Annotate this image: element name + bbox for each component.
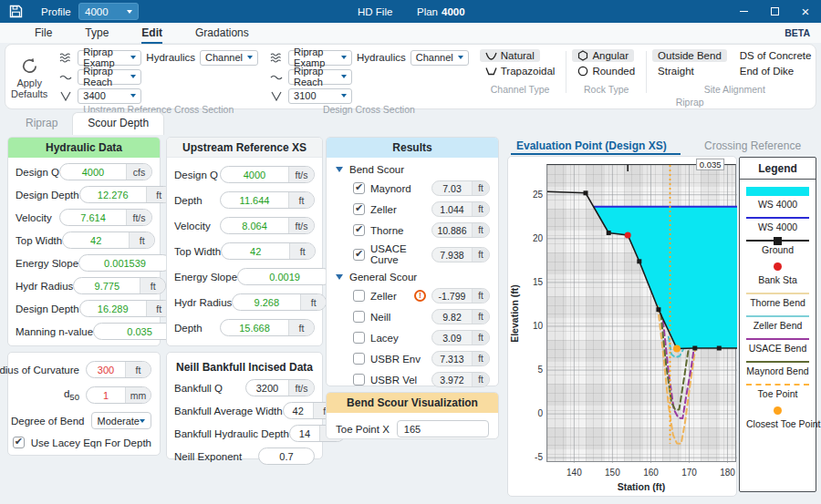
design-reach-select[interactable]: Riprap Reach [288, 69, 352, 85]
maximize-button[interactable] [759, 0, 790, 23]
result-row-zeller-bend: Zeller1.044ft [327, 201, 498, 217]
legend-item: Toe Point [746, 384, 809, 399]
maynord-value-field: 7.03ft [431, 180, 490, 196]
ux-design-q-field[interactable]: 4000ft/s [220, 166, 315, 183]
design-project-select[interactable]: Riprap Examp [288, 50, 352, 66]
design-depth2-field[interactable]: 16.289ft [79, 300, 172, 317]
tab-scour-depth[interactable]: Scour Depth [72, 112, 164, 135]
y-tick-label: 5 [518, 365, 543, 375]
zeller-bend-checkbox[interactable] [353, 203, 365, 215]
site-alignment-ds-of-concrete-button[interactable]: DS of Concrete [734, 49, 817, 62]
ux-energy-slope-field[interactable]: 0.0019 [237, 268, 332, 285]
lacey-checkbox[interactable] [353, 332, 365, 344]
close-button[interactable] [790, 0, 821, 23]
legend-item: WS 4000 [746, 187, 809, 210]
upstream-project-select[interactable]: Riprap Examp [78, 50, 141, 66]
menu-edit[interactable]: Edit [141, 26, 162, 39]
field-label: Bankfull Hydraulic Depth [174, 428, 289, 439]
cross-section-chart: 0.035 Elevation (ft) 1401501601701802520… [507, 156, 737, 497]
x-axis-label: Station (ft) [546, 481, 736, 492]
radius-of-curvature-field[interactable]: 300ft [86, 361, 151, 378]
field-label: Top Width [16, 235, 62, 246]
neill-checkbox[interactable] [353, 311, 365, 323]
maynord-bend-swatch [746, 361, 809, 363]
menu-type[interactable]: Type [85, 26, 109, 39]
usace-checkbox[interactable] [353, 249, 365, 261]
bank-sta-swatch [746, 262, 809, 272]
cross-section-icon [269, 91, 284, 101]
neill-value-field: 9.82ft [431, 309, 490, 324]
use-lacey-checkbox[interactable] [13, 437, 25, 448]
ux-depth-field[interactable]: 11.644ft [220, 191, 315, 209]
chart-tab-crossing-reference[interactable]: Crossing Reference [704, 139, 801, 152]
design-depth-field[interactable]: 12.276ft [79, 186, 172, 203]
ws-4000-swatch [746, 217, 809, 219]
app-window: Profile 4000 HD File Plan 4000 File Type… [0, 0, 821, 504]
zeller-bend-value-field: 1.044ft [431, 201, 490, 217]
chart-tab-evaluation-point[interactable]: Evaluation Point (Design XS) [516, 139, 667, 152]
ux-hydr-radius-field[interactable]: 9.268ft [232, 293, 327, 311]
hydraulics-label: Hydraulics [357, 52, 406, 63]
bend-scour-viz-title: Bend Scour Visualization [327, 393, 498, 413]
minimize-icon [740, 11, 748, 13]
plan-label: Plan [417, 0, 438, 23]
upstream-xs-select[interactable]: 3400 [78, 88, 141, 104]
rock-type-rounded-button[interactable]: Rounded [572, 65, 640, 77]
site-alignment-straight-button[interactable]: Straight [652, 65, 727, 77]
velocity-field[interactable]: 7.614ft/s [59, 209, 152, 226]
d50-field[interactable]: 1mm [86, 386, 151, 404]
menu-gradations[interactable]: Gradations [195, 26, 249, 39]
design-hydraulics-select[interactable]: Channel [410, 50, 469, 66]
upstream-reach-select[interactable]: Riprap Reach [78, 69, 141, 85]
y-tick-label: 20 [518, 233, 543, 243]
legend-title: Legend [740, 158, 816, 180]
hydr-radius-field[interactable]: 9.775ft [73, 277, 166, 294]
upstream-xs-title: Upstream Reference XS [167, 138, 322, 158]
zeller-general-value-field: -1.799ft [431, 288, 490, 303]
top-width-field[interactable]: 42ft [62, 231, 155, 249]
field-label: Depth [174, 323, 203, 334]
site-alignment-end-of-dike-button[interactable]: End of Dike [734, 65, 817, 77]
neill-exponent-field[interactable]: 0.7 [258, 447, 315, 465]
channel-type-trapazoidal-button[interactable]: Trapazoidal [480, 65, 561, 77]
legend-label: Maynord Bend [746, 365, 809, 376]
usbr-vel-checkbox[interactable] [353, 374, 365, 386]
design-q-field[interactable]: 4000cfs [59, 163, 152, 180]
profile-select-value: 4000 [85, 6, 109, 17]
toe-point-x-input[interactable]: 165 [397, 420, 489, 437]
hydraulic-data-title: Hydraulic Data [8, 138, 160, 158]
circle-icon [577, 66, 588, 77]
ux-top-width-field[interactable]: 42ft [221, 242, 316, 260]
degree-of-bend-select[interactable]: Moderate [91, 412, 151, 429]
site-alignment-outside-bend-button[interactable]: Outside Bend [652, 49, 727, 62]
energy-slope-field[interactable]: 0.001539 [78, 254, 171, 272]
save-icon[interactable] [9, 0, 23, 23]
maynord-checkbox[interactable] [353, 182, 365, 194]
channel-type-natural-button[interactable]: Natural [480, 49, 540, 62]
profile-select[interactable]: 4000 [78, 3, 139, 20]
bankfull-q-field[interactable]: 3200ft/s [245, 379, 315, 396]
apply-defaults-button[interactable]: Apply Defaults [7, 47, 51, 108]
upstream-hydraulics-select[interactable]: Channel [200, 50, 258, 66]
result-row-lacey: Lacey3.09ft [327, 330, 498, 345]
minimize-button[interactable] [728, 0, 759, 23]
cross-section-icon [58, 91, 73, 101]
thorne-checkbox[interactable] [353, 224, 365, 236]
rock-type-angular-button[interactable]: Angular [572, 49, 634, 62]
ux-velocity-field[interactable]: 8.064ft/s [220, 217, 315, 234]
ux-depth2-field[interactable]: 15.668ft [220, 319, 315, 336]
result-row-usace: USACE Curve7.938ft [327, 243, 498, 265]
zeller-general-checkbox[interactable] [353, 290, 365, 302]
tab-riprap[interactable]: Riprap [11, 113, 72, 135]
field-label: Radius of Curvature [0, 365, 79, 375]
bend-scour-group[interactable]: Bend Scour [327, 164, 498, 175]
usbr-env-checkbox[interactable] [353, 353, 365, 365]
general-scour-group[interactable]: General Scour [327, 272, 498, 283]
field-label: Bankfull Q [174, 383, 223, 394]
design-xs-select[interactable]: 3100 [288, 88, 352, 104]
bend-parameters-panel: Radius of Curvature300ft d501mm Degree o… [7, 352, 161, 456]
y-tick-label: 10 [518, 321, 543, 331]
rock-type-group: Angular Rounded Rock Type [568, 47, 644, 97]
hd-file-label: HD File [358, 0, 392, 23]
menu-file[interactable]: File [35, 26, 52, 39]
